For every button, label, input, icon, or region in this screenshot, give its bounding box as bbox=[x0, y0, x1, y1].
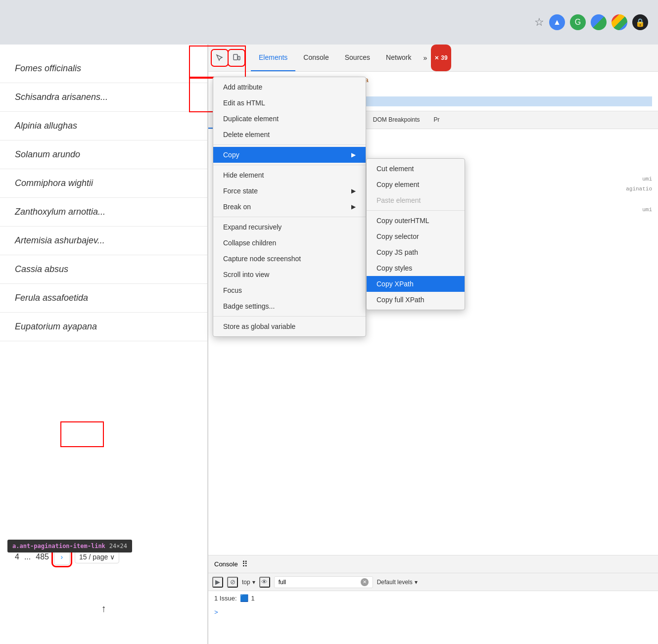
menu-expand-recursively[interactable]: Expand recursively bbox=[213, 219, 366, 235]
list-item[interactable]: Ferula assafoetida bbox=[0, 284, 207, 313]
menu-duplicate-element[interactable]: Duplicate element bbox=[213, 111, 366, 127]
submenu-cut-element[interactable]: Cut element bbox=[367, 161, 465, 177]
submenu-copy-full-xpath[interactable]: Copy full XPath bbox=[367, 292, 465, 308]
console-prompt[interactable]: > bbox=[208, 605, 658, 620]
list-item[interactable]: Eupatorium ayapana bbox=[0, 313, 207, 341]
menu-collapse-children[interactable]: Collapse children bbox=[213, 235, 366, 251]
console-play-button[interactable]: ▶ bbox=[212, 577, 223, 588]
menu-store-global[interactable]: Store as global variable bbox=[213, 319, 366, 334]
pagination-label-right: aginatio bbox=[626, 186, 652, 192]
list-item[interactable]: Artemisia ashurbajev... bbox=[0, 227, 207, 255]
menu-force-state-arrow: ▶ bbox=[351, 187, 356, 194]
list-item[interactable]: Solanum arundo bbox=[0, 140, 207, 169]
console-filter-input[interactable]: full ✕ bbox=[274, 576, 373, 588]
console-filter-value: full bbox=[279, 579, 286, 586]
console-levels-dropdown[interactable]: Default levels ▾ bbox=[377, 579, 418, 586]
inspect-element-button[interactable] bbox=[212, 50, 227, 65]
tooltip-selector: a.ant-pagination-item-link bbox=[12, 543, 105, 550]
console-toolbar: ▶ ⊘ top ▾ 👁 full ✕ Default levels ▾ bbox=[208, 573, 658, 591]
console-header: Console ⠿ bbox=[208, 555, 658, 573]
list-item[interactable]: Schisandra arisanens... bbox=[0, 83, 207, 112]
page-current: 4 bbox=[15, 552, 19, 561]
error-count-badge[interactable]: ✕ 39 bbox=[431, 45, 451, 71]
console-issue-bar: 1 Issue: 🟦 1 bbox=[208, 591, 658, 605]
menu-badge-settings[interactable]: Badge settings... bbox=[213, 298, 366, 314]
submenu-copy-xpath[interactable]: Copy XPath bbox=[367, 276, 465, 292]
menu-delete-element[interactable]: Delete element bbox=[213, 127, 366, 142]
ext-icon-2[interactable]: G bbox=[570, 14, 586, 30]
tab-sources[interactable]: Sources bbox=[337, 45, 378, 71]
console-filter-clear[interactable]: ✕ bbox=[361, 578, 369, 586]
console-collapse-icon[interactable]: ⠿ bbox=[242, 559, 248, 569]
menu-focus-label: Focus bbox=[223, 286, 242, 294]
console-levels-label: Default levels bbox=[377, 579, 413, 586]
list-item[interactable]: Commiphora wightii bbox=[0, 169, 207, 198]
menu-focus[interactable]: Focus bbox=[213, 282, 366, 298]
tab-console[interactable]: Console bbox=[295, 45, 336, 71]
menu-capture-screenshot[interactable]: Capture node screenshot bbox=[213, 251, 366, 267]
list-item[interactable]: Zanthoxylum arnottia... bbox=[0, 198, 207, 227]
menu-scroll-into-view-label: Scroll into view bbox=[223, 271, 269, 278]
menu-badge-settings-label: Badge settings... bbox=[223, 302, 275, 310]
console-top-label: top bbox=[242, 579, 250, 586]
submenu-copy-js-path[interactable]: Copy JS path bbox=[367, 244, 465, 260]
menu-separator-4 bbox=[213, 316, 366, 317]
plant-list: Fomes officinalis Schisandra arisanens..… bbox=[0, 54, 207, 341]
console-block-button[interactable]: ⊘ bbox=[227, 577, 238, 588]
console-tab-label[interactable]: Console bbox=[214, 560, 238, 568]
menu-scroll-into-view[interactable]: Scroll into view bbox=[213, 267, 366, 282]
ext-icon-3[interactable] bbox=[591, 14, 607, 30]
console-issue-count: 1 Issue: bbox=[214, 595, 237, 602]
menu-add-attribute-label: Add attribute bbox=[223, 83, 262, 91]
list-item[interactable]: Alpinia allughas bbox=[0, 112, 207, 140]
menu-add-attribute[interactable]: Add attribute bbox=[213, 79, 366, 95]
browser-extension-icons: ☆ ▲ G 🔒 bbox=[534, 14, 648, 30]
context-menu-overlay: Add attribute Edit as HTML Duplicate ele… bbox=[213, 77, 366, 337]
tab-network[interactable]: Network bbox=[378, 45, 419, 71]
menu-copy-label: Copy bbox=[223, 151, 239, 159]
menu-hide-element[interactable]: Hide element bbox=[213, 167, 366, 183]
bookmark-icon[interactable]: ☆ bbox=[534, 16, 544, 29]
page-size-arrow: ∨ bbox=[110, 553, 115, 561]
menu-edit-html-label: Edit as HTML bbox=[223, 99, 265, 107]
browser-toolbar: ☆ ▲ G 🔒 bbox=[0, 0, 658, 45]
menu-separator-2 bbox=[213, 165, 366, 165]
lock-icon[interactable]: 🔒 bbox=[632, 14, 648, 30]
submenu-copy-styles[interactable]: Copy styles bbox=[367, 260, 465, 276]
console-area: Console ⠿ ▶ ⊘ top ▾ 👁 full ✕ Default lev bbox=[208, 555, 658, 644]
umi-label-2: umi bbox=[642, 207, 652, 213]
menu-force-state[interactable]: Force state ▶ bbox=[213, 183, 366, 199]
page-size-label: 15 / page bbox=[79, 553, 108, 561]
tab-more-button[interactable]: » bbox=[419, 45, 431, 71]
list-item[interactable]: Cassia absus bbox=[0, 255, 207, 284]
page-dots: ... bbox=[24, 552, 31, 561]
scroll-to-top-button[interactable]: ↑ bbox=[101, 603, 106, 614]
submenu-copy-element[interactable]: Copy element bbox=[367, 177, 465, 192]
menu-hide-element-label: Hide element bbox=[223, 171, 264, 179]
copy-submenu: Cut element Copy element Paste element C… bbox=[366, 158, 465, 310]
ext-icon-4[interactable] bbox=[611, 14, 627, 30]
umi-label-1: umi bbox=[642, 176, 652, 182]
menu-force-state-label: Force state bbox=[223, 187, 258, 195]
menu-edit-html[interactable]: Edit as HTML bbox=[213, 95, 366, 111]
ext-icon-1[interactable]: ▲ bbox=[549, 14, 565, 30]
svg-rect-1 bbox=[238, 56, 240, 60]
console-eye-button[interactable]: 👁 bbox=[259, 577, 270, 588]
device-toolbar-button[interactable] bbox=[229, 50, 244, 65]
error-count: 39 bbox=[441, 54, 447, 61]
menu-break-on-label: Break on bbox=[223, 203, 251, 211]
submenu-copy-selector[interactable]: Copy selector bbox=[367, 229, 465, 244]
prompt-arrow: > bbox=[214, 609, 218, 616]
page-last: 485 bbox=[36, 552, 49, 561]
sub-tab-pr[interactable]: Pr bbox=[427, 111, 447, 129]
console-context-selector[interactable]: top ▾ bbox=[242, 579, 255, 586]
devtools-tabs: Elements Console Sources Network » ✕ 39 bbox=[251, 45, 451, 71]
sub-tab-dom-breakpoints[interactable]: DOM Breakpoints bbox=[366, 111, 427, 129]
list-item[interactable]: Fomes officinalis bbox=[0, 54, 207, 83]
menu-break-on[interactable]: Break on ▶ bbox=[213, 199, 366, 215]
menu-copy[interactable]: Copy ▶ bbox=[213, 147, 366, 163]
tab-elements[interactable]: Elements bbox=[251, 45, 295, 71]
console-levels-arrow: ▾ bbox=[415, 579, 418, 586]
submenu-copy-outerhtml[interactable]: Copy outerHTML bbox=[367, 213, 465, 229]
submenu-paste-element[interactable]: Paste element bbox=[367, 192, 465, 208]
